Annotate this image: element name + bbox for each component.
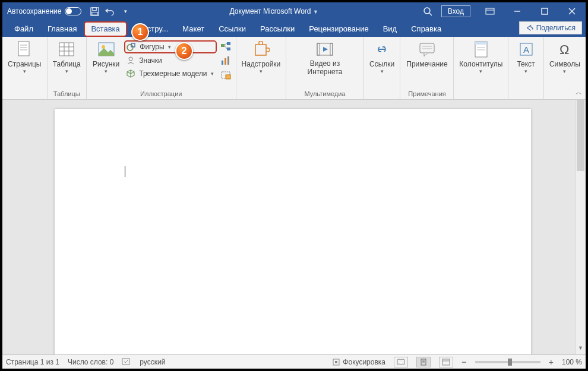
shapes-button[interactable]: Фигуры ▾ [124, 40, 216, 53]
tab-file[interactable]: Файл [7, 21, 40, 37]
tab-home[interactable]: Главная [40, 21, 84, 37]
svg-text:Ω: Ω [559, 42, 569, 57]
header-footer-button[interactable]: Колонтитулы▾ [456, 38, 506, 74]
share-button[interactable]: Поделиться [519, 21, 582, 34]
svg-rect-25 [221, 44, 225, 47]
symbols-button[interactable]: Ω Символы▾ [546, 38, 584, 74]
icons-icon [126, 56, 135, 65]
svg-rect-43 [475, 42, 487, 45]
svg-rect-32 [227, 56, 229, 65]
undo-icon[interactable] [104, 5, 116, 17]
zoom-level[interactable]: 100 % [562, 358, 582, 366]
word-count[interactable]: Число слов: 0 [68, 358, 113, 366]
annotation-marker-2: 2 [175, 42, 193, 60]
tab-mailings[interactable]: Рассылки [253, 21, 302, 37]
vertical-scrollbar[interactable]: ▲ ▼ [575, 100, 586, 354]
focus-icon [332, 358, 340, 366]
svg-rect-34 [226, 75, 230, 79]
pages-icon [15, 40, 33, 58]
svg-rect-55 [442, 359, 450, 365]
focus-mode[interactable]: Фокусировка [332, 358, 385, 366]
addins-button[interactable]: Надстройки▾ [238, 38, 284, 74]
pages-button[interactable]: Страницы▾ [4, 38, 45, 74]
svg-rect-8 [542, 8, 548, 14]
document-area[interactable]: ▲ ▼ [2, 100, 586, 354]
login-button[interactable]: Вход [441, 5, 470, 17]
zoom-out-icon[interactable]: − [461, 357, 467, 367]
ribbon-display-icon[interactable] [476, 2, 504, 20]
print-layout-icon[interactable] [416, 357, 431, 367]
autosave-label: Автосохранение [7, 7, 61, 15]
collapse-ribbon-icon[interactable]: ︿ [576, 88, 582, 97]
video-icon [316, 40, 334, 58]
maximize-icon[interactable] [531, 2, 558, 20]
minimize-icon[interactable] [504, 2, 531, 20]
pictures-icon [97, 40, 115, 58]
qat-dropdown-icon[interactable]: ▾ [119, 5, 131, 17]
ribbon: Страницы▾ Таблица▾ Таблицы Рисунки▾ [2, 37, 586, 100]
svg-point-21 [102, 45, 105, 49]
links-button[interactable]: Ссылки▾ [366, 38, 398, 74]
page-indicator[interactable]: Страница 1 из 1 [6, 358, 59, 366]
tab-insert[interactable]: Вставка [84, 21, 127, 37]
language-indicator[interactable]: русский [140, 358, 165, 366]
svg-rect-35 [255, 45, 266, 55]
3d-models-button[interactable]: Трехмерные модели ▾ [124, 68, 216, 80]
group-comments-label: Примечания [403, 90, 451, 99]
tab-view[interactable]: Вид [376, 21, 404, 37]
scroll-thumb[interactable] [577, 100, 584, 171]
pictures-button[interactable]: Рисунки▾ [89, 38, 123, 74]
online-video-button[interactable]: Видео из Интернета [289, 38, 361, 77]
proofing-icon[interactable] [122, 358, 131, 366]
svg-rect-51 [335, 361, 337, 363]
comment-button[interactable]: Примечание [403, 38, 451, 68]
svg-point-3 [424, 8, 430, 14]
table-button[interactable]: Таблица▾ [49, 38, 84, 74]
text-button[interactable]: A Текст▾ [511, 38, 542, 74]
read-mode-icon[interactable] [394, 357, 408, 367]
screenshot-icon[interactable] [220, 70, 231, 81]
cube-icon [126, 69, 135, 78]
close-icon[interactable] [558, 2, 586, 20]
page[interactable] [55, 109, 531, 354]
svg-rect-26 [227, 42, 230, 45]
tab-help[interactable]: Справка [404, 21, 448, 37]
shapes-icon [127, 42, 136, 52]
link-icon [373, 40, 391, 58]
svg-rect-2 [92, 12, 97, 15]
ribbon-tabs: Файл Главная Вставка Констру... Макет Сс… [2, 20, 586, 37]
zoom-slider[interactable] [475, 361, 540, 363]
titlebar: Автосохранение ▾ Документ Microsoft Word… [2, 2, 586, 20]
header-icon [472, 40, 490, 58]
svg-rect-27 [227, 47, 230, 50]
svg-text:A: A [523, 45, 529, 55]
svg-rect-30 [222, 61, 223, 65]
save-icon[interactable] [88, 5, 100, 17]
chart-icon[interactable] [220, 56, 231, 66]
tab-review[interactable]: Рецензирование [302, 21, 375, 37]
comment-icon [418, 40, 436, 58]
group-media-label: Мультимедиа [289, 90, 361, 99]
svg-rect-5 [486, 8, 494, 14]
group-illustrations-label: Иллюстрации [89, 90, 233, 99]
tab-layout[interactable]: Макет [175, 21, 211, 37]
svg-line-4 [429, 13, 432, 15]
svg-rect-37 [317, 43, 320, 55]
svg-line-28 [225, 43, 227, 45]
zoom-in-icon[interactable]: + [549, 357, 554, 367]
tab-references[interactable]: Ссылки [211, 21, 253, 37]
group-tables-label: Таблицы [50, 90, 84, 99]
scroll-down-icon[interactable]: ▼ [576, 345, 586, 354]
status-bar: Страница 1 из 1 Число слов: 0 русский Фо… [2, 354, 586, 369]
autosave-toggle[interactable]: Автосохранение [2, 7, 86, 15]
text-cursor [125, 166, 125, 177]
svg-point-22 [127, 45, 133, 50]
web-layout-icon[interactable] [439, 357, 453, 367]
icons-button[interactable]: Значки [124, 55, 216, 66]
svg-rect-1 [93, 7, 97, 10]
smartart-icon[interactable] [220, 42, 231, 52]
addins-icon [252, 40, 270, 58]
svg-rect-38 [330, 43, 333, 55]
search-icon[interactable] [414, 7, 441, 16]
svg-rect-15 [59, 43, 74, 56]
